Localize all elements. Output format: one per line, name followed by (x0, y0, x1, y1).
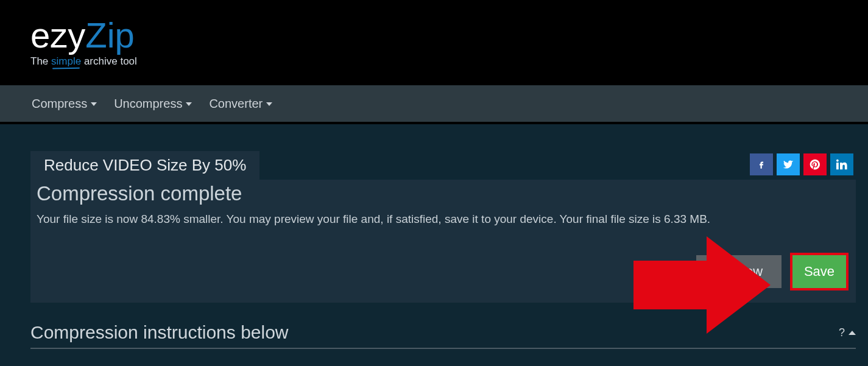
save-button[interactable]: Save (792, 255, 846, 288)
chevron-down-icon (91, 102, 97, 106)
header-bar: ezyZip The simple archive tool (0, 0, 868, 85)
result-heading: Compression complete (34, 182, 852, 213)
instructions-header: Compression instructions below ? (30, 322, 856, 349)
twitter-share-button[interactable] (777, 153, 800, 175)
social-buttons (750, 153, 853, 175)
chevron-down-icon (186, 102, 192, 106)
facebook-icon (756, 159, 767, 170)
nav-uncompress-label: Uncompress (114, 97, 182, 111)
main-nav: Compress Uncompress Converter (0, 85, 868, 124)
title-row: Reduce VIDEO Size By 50% (30, 151, 856, 180)
nav-uncompress[interactable]: Uncompress (114, 97, 192, 111)
facebook-share-button[interactable] (750, 153, 773, 175)
tagline-simple: simple (51, 55, 81, 67)
instructions-title: Compression instructions below (30, 322, 289, 343)
nav-converter-label: Converter (209, 97, 263, 111)
tagline-pre: The (30, 55, 51, 67)
result-description: Your file size is now 84.83% smaller. Yo… (34, 213, 852, 244)
nav-converter[interactable]: Converter (209, 97, 272, 111)
logo-wordmark: ezyZip (30, 18, 137, 53)
tagline-post: archive tool (81, 55, 137, 67)
pinterest-share-button[interactable] (803, 153, 827, 175)
logo-text-ezy: ezy (30, 15, 85, 55)
nav-compress[interactable]: Compress (32, 97, 97, 111)
twitter-icon (782, 158, 794, 171)
chevron-up-icon (849, 331, 856, 335)
content-area: Reduce VIDEO Size By 50% Compression com… (0, 124, 868, 349)
result-panel: Compression complete Your file size is n… (30, 180, 856, 303)
help-label: ? (839, 326, 845, 339)
preview-button[interactable]: Preview (696, 255, 782, 288)
nav-compress-label: Compress (32, 97, 87, 111)
logo-text-zip: Zip (85, 15, 135, 55)
chevron-down-icon (266, 102, 272, 106)
pinterest-icon (809, 158, 821, 171)
logo[interactable]: ezyZip The simple archive tool (30, 18, 137, 68)
help-toggle[interactable]: ? (839, 326, 856, 339)
linkedin-share-button[interactable] (830, 153, 853, 175)
linkedin-icon (836, 159, 847, 170)
page-title: Reduce VIDEO Size By 50% (30, 151, 259, 180)
action-buttons: Preview Save (34, 244, 852, 299)
logo-tagline: The simple archive tool (30, 55, 137, 68)
